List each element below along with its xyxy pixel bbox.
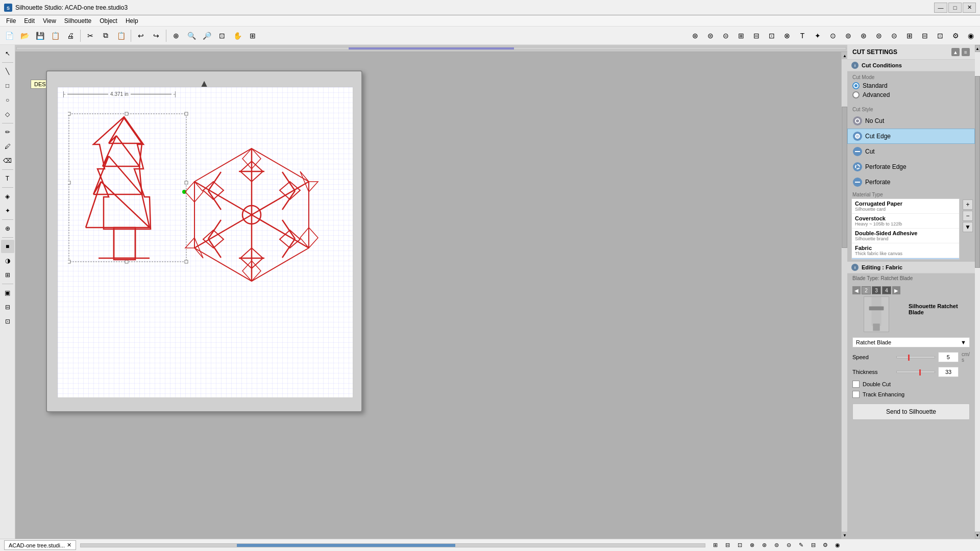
toolbar-r14[interactable]: ⊝ xyxy=(887,29,901,43)
speed-thumb[interactable] xyxy=(908,355,910,361)
toolbar-select[interactable]: ⊕ xyxy=(169,29,183,43)
file-tab[interactable]: ACAD-one tree.studi... ✕ xyxy=(4,540,76,550)
material-scroll-down[interactable]: ▼ xyxy=(963,222,973,232)
toolbar-r6[interactable]: ⊡ xyxy=(765,29,779,43)
send-to-silhouette-button[interactable]: Send to Silhouette xyxy=(852,404,970,420)
tool-draw-poly[interactable]: ◇ xyxy=(1,108,14,121)
track-enhancing-checkbox[interactable] xyxy=(852,391,860,398)
h-scrollbar[interactable] xyxy=(80,543,705,547)
speed-slider[interactable] xyxy=(896,356,935,358)
toolbar-zoom-out[interactable]: 🔎 xyxy=(200,29,214,43)
material-coverstock[interactable]: Coverstock Heavy ~ 105lb to 122lb xyxy=(852,214,959,229)
toolbar-save-as[interactable]: 📋 xyxy=(48,29,62,43)
panel-options[interactable]: ≡ xyxy=(962,48,970,56)
material-double-sided[interactable]: Double-Sided Adhesive Silhouette brand xyxy=(852,229,959,243)
canvas-vscrollbar[interactable]: ▲ ▼ xyxy=(841,52,847,539)
tool-panel1[interactable]: ▣ xyxy=(1,286,14,299)
menu-object[interactable]: Object xyxy=(95,15,121,27)
rp-scroll-down[interactable]: ▼ xyxy=(975,532,980,539)
toolbar-redo[interactable]: ↪ xyxy=(149,29,163,43)
toolbar-print[interactable]: 🖨 xyxy=(63,29,78,43)
toolbar-cut[interactable]: ✂ xyxy=(83,29,97,43)
toolbar-settings[interactable]: ⚙ xyxy=(948,29,963,43)
material-corrugated[interactable]: Corrugated Paper Silhouette card xyxy=(852,199,959,214)
radio-standard[interactable]: Standard xyxy=(852,82,970,89)
tool-pointer[interactable]: ↖ xyxy=(1,47,14,60)
close-button[interactable]: ✕ xyxy=(963,3,976,13)
window-controls[interactable]: — □ ✕ xyxy=(934,3,976,13)
toolbar-copy[interactable]: ⧉ xyxy=(99,29,113,43)
thickness-value[interactable]: 33 xyxy=(938,367,959,377)
rp-scroll-thumb[interactable] xyxy=(975,76,980,268)
menu-edit[interactable]: Edit xyxy=(20,15,39,27)
editing-section-header[interactable]: i Editing : Fabric xyxy=(847,262,975,273)
toolbar-r3[interactable]: ⊝ xyxy=(719,29,733,43)
blade-num-2[interactable]: 2 xyxy=(862,286,871,294)
toolbar-r16[interactable]: ⊟ xyxy=(918,29,932,43)
radio-standard-circle[interactable] xyxy=(852,82,860,89)
double-cut-checkbox[interactable] xyxy=(852,381,860,388)
vscroll-thumb[interactable] xyxy=(842,107,847,248)
bottom-btn-10[interactable]: ◉ xyxy=(832,540,843,551)
tool-zoom[interactable]: ⊕ xyxy=(1,222,14,235)
style-no-cut[interactable]: No Cut xyxy=(847,113,975,129)
tab-close[interactable]: ✕ xyxy=(67,542,71,548)
toolbar-r12[interactable]: ⊛ xyxy=(856,29,871,43)
tool-fill[interactable]: ■ xyxy=(1,240,14,253)
blade-next[interactable]: ▶ xyxy=(892,286,900,294)
toolbar-r13[interactable]: ⊜ xyxy=(872,29,886,43)
toolbar-r10[interactable]: ⊙ xyxy=(826,29,840,43)
bottom-btn-1[interactable]: ⊞ xyxy=(709,540,721,551)
blade-num-4[interactable]: 4 xyxy=(882,286,891,294)
style-perforate-edge[interactable]: Perforate Edge xyxy=(847,159,975,174)
bottom-btn-3[interactable]: ⊡ xyxy=(734,540,745,551)
toolbar-r5[interactable]: ⊟ xyxy=(749,29,764,43)
tool-draw-rect[interactable]: □ xyxy=(1,79,14,92)
style-cut[interactable]: Cut xyxy=(847,144,975,159)
vscroll-down[interactable]: ▼ xyxy=(842,532,847,539)
thickness-slider[interactable] xyxy=(896,371,935,373)
toolbar-r11[interactable]: ⊚ xyxy=(841,29,855,43)
menu-view[interactable]: View xyxy=(39,15,60,27)
tool-eraser[interactable]: ⌫ xyxy=(1,154,14,167)
minimize-button[interactable]: — xyxy=(934,3,947,13)
material-add-btn[interactable]: + xyxy=(963,199,973,210)
toolbar-r17[interactable]: ⊡ xyxy=(933,29,947,43)
toolbar-r7[interactable]: ⊗ xyxy=(780,29,794,43)
tool-draw-ellipse[interactable]: ○ xyxy=(1,93,14,107)
material-fabric-thin[interactable]: Fabric Thin fabrics like cotton, prints xyxy=(852,258,959,260)
toolbar-zoom-in[interactable]: 🔍 xyxy=(184,29,199,43)
material-remove-btn[interactable]: − xyxy=(963,211,973,221)
speed-value[interactable]: 5 xyxy=(938,352,959,362)
tool-panel2[interactable]: ⊟ xyxy=(1,300,14,314)
maximize-button[interactable]: □ xyxy=(948,3,962,13)
blade-num-3[interactable]: 3 xyxy=(872,286,881,294)
toolbar-r9[interactable]: ✦ xyxy=(811,29,825,43)
bottom-btn-6[interactable]: ⊜ xyxy=(771,540,782,551)
radio-advanced-circle[interactable] xyxy=(852,91,860,98)
tool-text[interactable]: T xyxy=(1,172,14,185)
mat-surface[interactable]: ├ 4.371 in ┤ xyxy=(57,87,353,398)
tool-knife[interactable]: ✦ xyxy=(1,204,14,217)
rp-scroll-up[interactable]: ▲ xyxy=(975,45,980,52)
toolbar-align[interactable]: ⊞ xyxy=(246,29,260,43)
toolbar-new[interactable]: 📄 xyxy=(2,29,16,43)
bottom-btn-5[interactable]: ⊛ xyxy=(758,540,770,551)
toolbar-pan[interactable]: ✋ xyxy=(230,29,244,43)
material-fabric-thick[interactable]: Fabric Thick fabric like canvas xyxy=(852,243,959,258)
h-scroll-thumb[interactable] xyxy=(237,544,455,547)
toolbar-fit[interactable]: ⊡ xyxy=(215,29,229,43)
design-canvas[interactable] xyxy=(68,103,364,414)
menu-help[interactable]: Help xyxy=(121,15,142,27)
tool-node[interactable]: ◈ xyxy=(1,190,14,203)
toolbar-undo[interactable]: ↩ xyxy=(134,29,148,43)
thickness-thumb[interactable] xyxy=(919,369,921,375)
toolbar-r1[interactable]: ⊛ xyxy=(688,29,702,43)
style-cut-edge[interactable]: Cut Edge xyxy=(847,129,975,144)
vscroll-up[interactable]: ▲ xyxy=(842,52,847,59)
toolbar-open[interactable]: 📂 xyxy=(17,29,32,43)
tool-pen[interactable]: ✏ xyxy=(1,126,14,139)
blade-type-select[interactable]: Ratchet Blade ▼ xyxy=(852,337,970,347)
menu-silhouette[interactable]: Silhouette xyxy=(60,15,95,27)
toolbar-r18[interactable]: ◉ xyxy=(964,29,978,43)
